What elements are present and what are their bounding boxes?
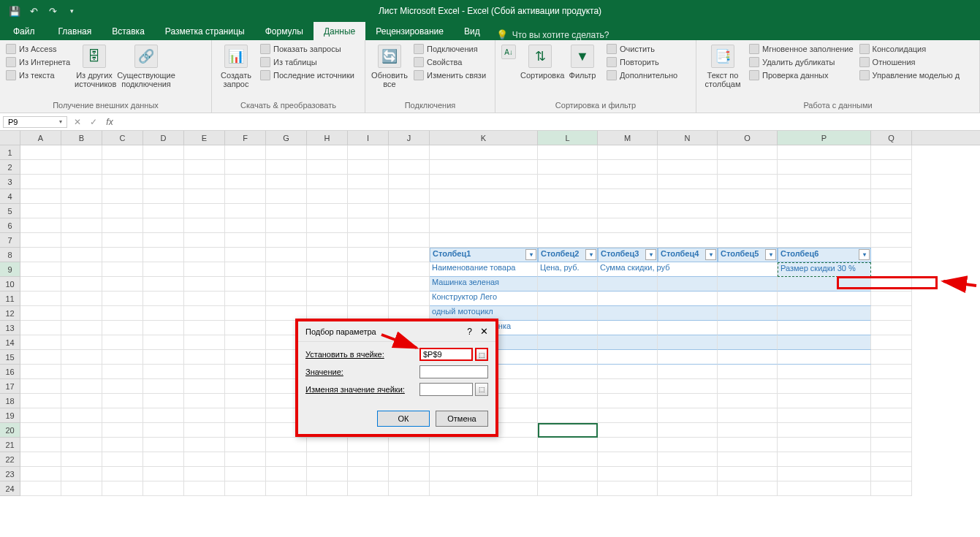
column-header[interactable]: K [430, 131, 538, 145]
cell[interactable] [538, 365, 598, 379]
cell[interactable] [389, 204, 430, 218]
cell[interactable] [184, 292, 225, 306]
cell[interactable] [718, 321, 778, 335]
cell[interactable] [307, 438, 348, 452]
cell[interactable] [598, 452, 658, 467]
from-web-button[interactable]: Из Интернета [4, 56, 72, 68]
cell[interactable] [718, 379, 778, 394]
show-queries-button[interactable]: Показать запросы [259, 43, 356, 55]
cell[interactable] [184, 365, 225, 379]
cell[interactable] [871, 204, 912, 218]
cell[interactable] [389, 438, 430, 452]
column-header[interactable]: J [389, 131, 430, 145]
row-header[interactable]: 5 [0, 204, 20, 218]
cell[interactable] [718, 365, 778, 379]
cell[interactable] [718, 423, 778, 438]
cell[interactable] [778, 204, 871, 218]
cell[interactable]: Размер скидки 30 % [778, 262, 871, 277]
cell[interactable] [871, 277, 912, 292]
cell[interactable] [20, 145, 61, 160]
existing-connections-button[interactable]: 🔗Существующие подключения [117, 43, 175, 88]
row-header[interactable]: 24 [0, 481, 20, 496]
column-header[interactable]: N [658, 131, 718, 145]
cell[interactable] [348, 160, 389, 175]
cell[interactable] [538, 292, 598, 306]
filter-button[interactable]: ▼Фильтр [563, 43, 602, 80]
text-to-columns-button[interactable]: 📑Текст по столбцам [701, 43, 745, 88]
cell[interactable]: Наименование товара [430, 262, 538, 277]
cell[interactable] [598, 423, 658, 438]
cell[interactable] [266, 452, 307, 467]
cell[interactable] [348, 248, 389, 262]
cell[interactable] [143, 248, 184, 262]
cell[interactable] [307, 452, 348, 467]
cell[interactable] [307, 175, 348, 189]
cell[interactable] [61, 408, 102, 423]
cell[interactable] [61, 218, 102, 233]
cell[interactable] [348, 292, 389, 306]
cell[interactable] [871, 233, 912, 248]
cell[interactable] [225, 233, 266, 248]
cell[interactable] [102, 262, 143, 277]
cell[interactable] [778, 306, 871, 321]
row-header[interactable]: 8 [0, 248, 20, 262]
cell[interactable] [658, 145, 718, 160]
cell[interactable] [184, 189, 225, 204]
cell[interactable] [61, 262, 102, 277]
cell[interactable] [225, 292, 266, 306]
changing-cell-input[interactable] [419, 383, 473, 396]
cell[interactable] [20, 423, 61, 438]
cell[interactable] [61, 481, 102, 496]
cell[interactable] [143, 277, 184, 292]
redo-icon[interactable]: ↷ [47, 5, 58, 17]
cell[interactable] [143, 321, 184, 335]
cell[interactable] [538, 321, 598, 335]
cell[interactable] [184, 160, 225, 175]
cell[interactable] [538, 394, 598, 408]
cell[interactable] [61, 189, 102, 204]
cell[interactable] [871, 335, 912, 350]
cell[interactable] [871, 160, 912, 175]
cell[interactable] [658, 335, 718, 350]
cell[interactable] [348, 175, 389, 189]
cell[interactable] [307, 277, 348, 292]
tab-file[interactable]: Файл [0, 22, 48, 40]
row-header[interactable]: 23 [0, 467, 20, 481]
cell[interactable] [658, 321, 718, 335]
cell[interactable] [61, 335, 102, 350]
cell[interactable] [348, 204, 389, 218]
cell[interactable] [20, 481, 61, 496]
column-header[interactable]: G [266, 131, 307, 145]
cell[interactable] [871, 365, 912, 379]
cell[interactable] [225, 438, 266, 452]
to-value-input[interactable] [419, 365, 488, 378]
cell[interactable] [61, 438, 102, 452]
cell[interactable] [538, 467, 598, 481]
cell[interactable] [778, 379, 871, 394]
cell[interactable] [598, 467, 658, 481]
column-header[interactable]: I [348, 131, 389, 145]
cell[interactable] [389, 292, 430, 306]
cell[interactable] [348, 467, 389, 481]
cell[interactable] [143, 262, 184, 277]
cell[interactable] [184, 452, 225, 467]
cell[interactable] [871, 262, 912, 277]
cell[interactable] [718, 277, 778, 292]
cell[interactable] [778, 292, 871, 306]
cell[interactable] [778, 145, 871, 160]
cell[interactable] [143, 218, 184, 233]
cell[interactable] [871, 408, 912, 423]
cell[interactable] [871, 189, 912, 204]
cell[interactable] [658, 175, 718, 189]
cell[interactable] [143, 292, 184, 306]
cell[interactable] [778, 394, 871, 408]
cell[interactable] [718, 481, 778, 496]
cell[interactable] [225, 394, 266, 408]
column-header[interactable]: F [225, 131, 266, 145]
cell[interactable] [102, 175, 143, 189]
from-other-sources-button[interactable]: 🗄Из других источников [75, 43, 114, 88]
cell[interactable] [143, 452, 184, 467]
cell[interactable] [348, 218, 389, 233]
cell[interactable] [20, 452, 61, 467]
cell[interactable] [266, 481, 307, 496]
